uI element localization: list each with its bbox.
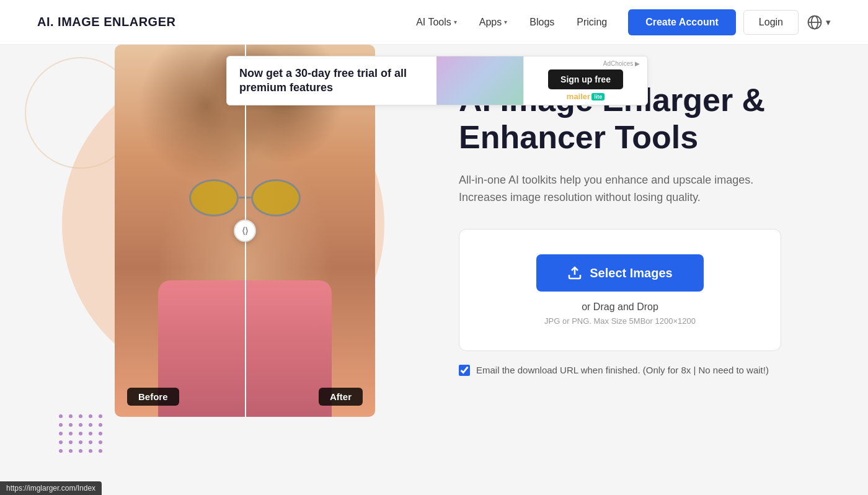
- email-checkbox[interactable]: [459, 365, 470, 376]
- after-label: After: [319, 388, 363, 406]
- nav-pricing[interactable]: Pricing: [568, 12, 616, 33]
- ad-signup-button[interactable]: Sign up free: [548, 69, 623, 89]
- upload-box: Select Images or Drag and Drop JPG or PN…: [459, 229, 781, 351]
- login-button[interactable]: Login: [743, 10, 799, 35]
- ad-image: [436, 56, 523, 105]
- right-side: AI Image Enlarger & Enhancer Tools All-i…: [422, 45, 868, 495]
- email-text: Email the download URL when finished. (O…: [476, 363, 769, 378]
- create-account-button[interactable]: Create Account: [628, 9, 736, 35]
- comparison-handle[interactable]: ⟨⟩: [234, 220, 256, 242]
- chevron-down-icon: ▾: [504, 19, 507, 25]
- dot-pattern: [59, 414, 102, 458]
- nav-links: AI Tools ▾ Apps ▾ Blogs Pricing: [407, 12, 616, 33]
- upload-icon: [567, 265, 582, 280]
- site-logo: AI. IMAGE ENLARGER: [37, 15, 175, 29]
- globe-icon: [806, 14, 823, 31]
- ad-text: Now get a 30-day free trial of all premi…: [227, 66, 436, 96]
- ad-brand: mailer lite: [567, 92, 604, 101]
- ad-brand-badge: lite: [591, 93, 604, 100]
- drag-drop-text: or Drag and Drop: [478, 301, 762, 313]
- select-images-button[interactable]: Select Images: [536, 254, 703, 292]
- language-chevron: ▾: [826, 17, 831, 28]
- ad-banner: Now get a 30-day free trial of all premi…: [226, 56, 648, 105]
- glass-left: [189, 179, 239, 216]
- email-row: Email the download URL when finished. (O…: [459, 363, 781, 378]
- url-bar: https://imglarger.com/Index: [0, 481, 102, 495]
- nav-apps[interactable]: Apps ▾: [471, 12, 516, 33]
- main-content: ⟨⟩ Before After https://imglarger.com/In…: [0, 45, 868, 495]
- navbar: AI. IMAGE ENLARGER AI Tools ▾ Apps ▾ Blo…: [0, 0, 868, 45]
- before-label: Before: [127, 388, 179, 406]
- file-info-text: JPG or PNG. Max Size 5MBor 1200×1200: [478, 316, 762, 326]
- language-selector[interactable]: ▾: [806, 14, 831, 31]
- glass-right: [251, 179, 301, 216]
- nav-ai-tools[interactable]: AI Tools ▾: [407, 12, 466, 33]
- handle-arrows-icon: ⟨⟩: [242, 226, 248, 236]
- nav-blogs[interactable]: Blogs: [521, 12, 563, 33]
- ad-choices-label: AdChoices ▶: [603, 60, 642, 67]
- left-side: ⟨⟩ Before After https://imglarger.com/In…: [0, 45, 422, 495]
- hero-subtitle: All-in-one AI toolkits help you enhance …: [459, 171, 781, 207]
- ad-right: AdChoices ▶ Sign up free mailer lite: [523, 56, 647, 105]
- chevron-down-icon: ▾: [454, 19, 457, 25]
